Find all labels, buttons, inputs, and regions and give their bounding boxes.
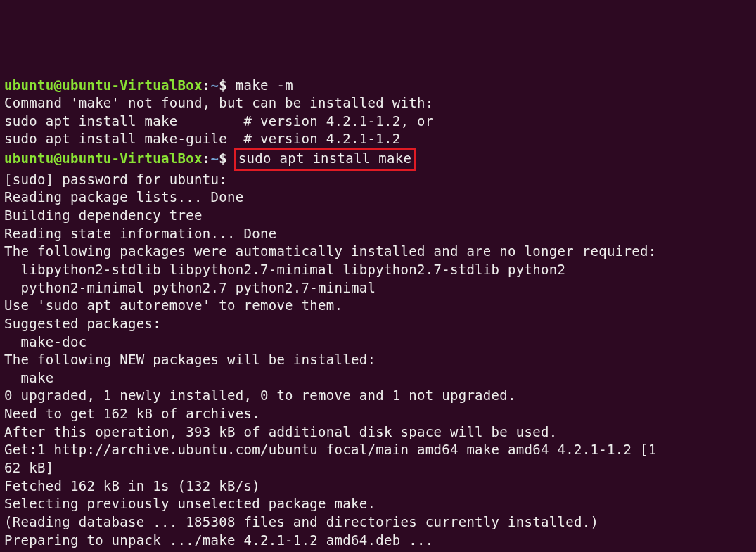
output-line: (Reading database ... 185308 files and d… [4, 513, 756, 532]
output-line: make-doc [4, 333, 756, 352]
output-line: libpython2-stdlib libpython2.7-minimal l… [4, 261, 756, 279]
prompt-line-1: ubuntu@ubuntu-VirtualBox:~$ make -m [4, 77, 756, 95]
output-line: Need to get 162 kB of archives. [4, 405, 756, 423]
output-line: After this operation, 393 kB of addition… [4, 423, 756, 442]
highlighted-command: sudo apt install make [234, 148, 416, 171]
output-line: sudo apt install make-guile # version 4.… [4, 130, 756, 148]
prompt-line-2: ubuntu@ubuntu-VirtualBox:~$ sudo apt ins… [4, 148, 756, 171]
output-line: Preparing to unpack .../make_4.2.1-1.2_a… [4, 532, 756, 550]
output-line: Selecting previously unselected package … [4, 495, 756, 513]
output-line: Get:1 http://archive.ubuntu.com/ubuntu f… [4, 441, 756, 459]
user-host: ubuntu@ubuntu-VirtualBox [4, 150, 203, 166]
output-line: sudo apt install make # version 4.2.1-1.… [4, 113, 756, 131]
tilde: ~ [211, 150, 219, 166]
output-line: make [4, 369, 756, 387]
output-line: python2-minimal python2.7 python2.7-mini… [4, 279, 756, 297]
user-host: ubuntu@ubuntu-VirtualBox [4, 77, 203, 93]
tilde: ~ [211, 77, 219, 93]
dollar: $ [219, 150, 235, 166]
output-line: The following packages were automaticall… [4, 243, 756, 261]
output-line: [sudo] password for ubuntu: [4, 171, 756, 189]
output-line: 0 upgraded, 1 newly installed, 0 to remo… [4, 387, 756, 405]
output-line: Command 'make' not found, but can be ins… [4, 94, 756, 113]
command-2: sudo apt install make [238, 150, 412, 166]
colon: : [203, 77, 211, 93]
output-line: Suggested packages: [4, 315, 756, 333]
output-line: Fetched 162 kB in 1s (132 kB/s) [4, 477, 756, 496]
output-line: Building dependency tree [4, 207, 756, 225]
terminal-output[interactable]: ubuntu@ubuntu-VirtualBox:~$ make -mComma… [4, 77, 756, 550]
output-line: Reading state information... Done [4, 225, 756, 243]
output-line: 62 kB] [4, 459, 756, 477]
output-line: Reading package lists... Done [4, 188, 756, 207]
dollar: $ [219, 77, 235, 93]
output-line: Use 'sudo apt autoremove' to remove them… [4, 297, 756, 315]
command-1: make -m [236, 77, 293, 93]
output-line: The following NEW packages will be insta… [4, 351, 756, 369]
colon: : [203, 150, 211, 166]
